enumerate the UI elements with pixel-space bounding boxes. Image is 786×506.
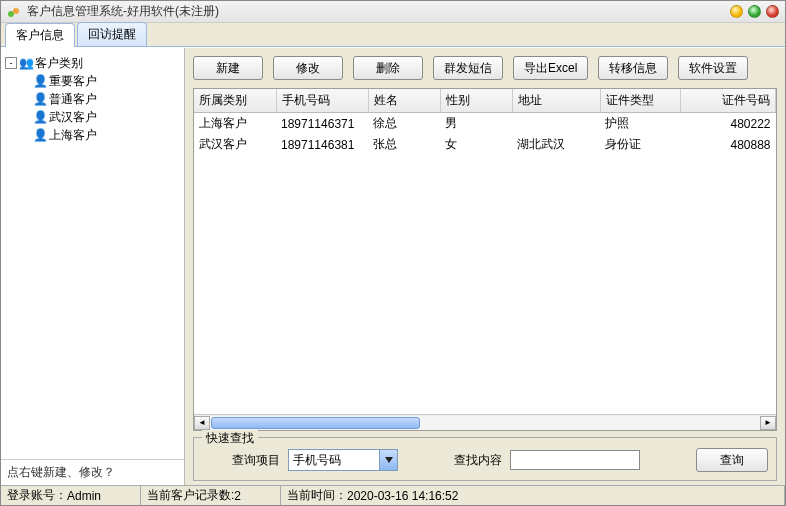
status-time: 当前时间：2020-03-16 14:16:52	[281, 486, 785, 505]
tab-label: 回访提醒	[88, 27, 136, 41]
sms-button[interactable]: 群发短信	[433, 56, 503, 80]
cell: 18971146381	[276, 134, 368, 155]
cell: 湖北武汉	[512, 134, 600, 155]
main-area: - 👥 客户类别 👤重要客户 👤普通客户 👤武汉客户 👤上海客户 点右键新建、修…	[1, 47, 785, 485]
person-icon: 👤	[33, 74, 47, 88]
search-field-select-wrap: 手机号码	[288, 449, 398, 471]
status-bar: 登录账号：Admin 当前客户记录数:2 当前时间：2020-03-16 14:…	[1, 485, 785, 505]
col-name[interactable]: 姓名	[368, 89, 440, 113]
scroll-left-button[interactable]: ◄	[194, 416, 210, 430]
status-count: 当前客户记录数:2	[141, 486, 281, 505]
customer-table[interactable]: 所属类别 手机号码 姓名 性别 地址 证件类型 证件号码 上海客户 189711…	[194, 89, 776, 155]
minimize-button[interactable]	[730, 5, 743, 18]
tab-followup[interactable]: 回访提醒	[77, 22, 147, 46]
person-icon: 👤	[33, 110, 47, 124]
col-gender[interactable]: 性别	[440, 89, 512, 113]
tab-customer-info[interactable]: 客户信息	[5, 23, 75, 47]
table-header-row: 所属类别 手机号码 姓名 性别 地址 证件类型 证件号码	[194, 89, 776, 113]
person-icon: 👤	[33, 92, 47, 106]
right-panel: 新建 修改 删除 群发短信 导出Excel 转移信息 软件设置 所属类别 手机号…	[185, 48, 785, 485]
new-button[interactable]: 新建	[193, 56, 263, 80]
toolbar: 新建 修改 删除 群发短信 导出Excel 转移信息 软件设置	[193, 56, 777, 80]
search-content-input[interactable]	[510, 450, 640, 470]
tree-root[interactable]: - 👥 客户类别	[5, 54, 180, 72]
window-controls	[730, 5, 779, 18]
tree-root-label: 客户类别	[35, 55, 83, 72]
cell: 女	[440, 134, 512, 155]
data-grid: 所属类别 手机号码 姓名 性别 地址 证件类型 证件号码 上海客户 189711…	[193, 88, 777, 431]
svg-point-1	[13, 8, 19, 14]
col-address[interactable]: 地址	[512, 89, 600, 113]
app-icon	[7, 5, 21, 19]
cell: 身份证	[600, 134, 680, 155]
tree-item-label: 普通客户	[49, 91, 97, 108]
cell: 武汉客户	[194, 134, 276, 155]
scroll-track[interactable]	[210, 416, 760, 430]
close-button[interactable]	[766, 5, 779, 18]
table-row[interactable]: 武汉客户 18971146381 张总 女 湖北武汉 身份证 480888	[194, 134, 776, 155]
cell	[512, 113, 600, 135]
category-tree: - 👥 客户类别 👤重要客户 👤普通客户 👤武汉客户 👤上海客户	[1, 48, 184, 459]
delete-button[interactable]: 删除	[353, 56, 423, 80]
search-content-label: 查找内容	[454, 452, 502, 469]
collapse-icon[interactable]: -	[5, 57, 17, 69]
quick-search-group: 快速查找 查询项目 手机号码 查找内容 查询	[193, 437, 777, 481]
tree-item-label: 上海客户	[49, 127, 97, 144]
tree-item-normal[interactable]: 👤普通客户	[5, 90, 180, 108]
scroll-thumb[interactable]	[211, 417, 420, 429]
horizontal-scrollbar[interactable]: ◄ ►	[194, 414, 776, 430]
left-hint: 点右键新建、修改？	[1, 459, 184, 485]
scroll-right-button[interactable]: ►	[760, 416, 776, 430]
tree-item-important[interactable]: 👤重要客户	[5, 72, 180, 90]
svg-point-0	[8, 11, 14, 17]
tree-item-wuhan[interactable]: 👤武汉客户	[5, 108, 180, 126]
col-phone[interactable]: 手机号码	[276, 89, 368, 113]
users-icon: 👥	[19, 56, 33, 70]
maximize-button[interactable]	[748, 5, 761, 18]
col-idtype[interactable]: 证件类型	[600, 89, 680, 113]
table-row[interactable]: 上海客户 18971146371 徐总 男 护照 480222	[194, 113, 776, 135]
search-button[interactable]: 查询	[696, 448, 768, 472]
tree-item-label: 武汉客户	[49, 109, 97, 126]
edit-button[interactable]: 修改	[273, 56, 343, 80]
cell: 480222	[680, 113, 776, 135]
tab-label: 客户信息	[16, 28, 64, 42]
cell: 480888	[680, 134, 776, 155]
titlebar: 客户信息管理系统-好用软件(未注册)	[1, 1, 785, 23]
transfer-button[interactable]: 转移信息	[598, 56, 668, 80]
status-account: 登录账号：Admin	[1, 486, 141, 505]
search-field-select[interactable]: 手机号码	[288, 449, 398, 471]
tree-item-label: 重要客户	[49, 73, 97, 90]
cell: 上海客户	[194, 113, 276, 135]
cell: 男	[440, 113, 512, 135]
left-panel: - 👥 客户类别 👤重要客户 👤普通客户 👤武汉客户 👤上海客户 点右键新建、修…	[1, 48, 185, 485]
cell: 18971146371	[276, 113, 368, 135]
cell: 张总	[368, 134, 440, 155]
tree-item-shanghai[interactable]: 👤上海客户	[5, 126, 180, 144]
tab-bar: 客户信息 回访提醒	[1, 23, 785, 47]
search-legend: 快速查找	[202, 430, 258, 447]
person-icon: 👤	[33, 128, 47, 142]
search-field-label: 查询项目	[232, 452, 280, 469]
app-window: 客户信息管理系统-好用软件(未注册) 客户信息 回访提醒 - 👥 客户类别 👤重…	[0, 0, 786, 506]
export-button[interactable]: 导出Excel	[513, 56, 588, 80]
cell: 护照	[600, 113, 680, 135]
col-category[interactable]: 所属类别	[194, 89, 276, 113]
col-idno[interactable]: 证件号码	[680, 89, 776, 113]
settings-button[interactable]: 软件设置	[678, 56, 748, 80]
window-title: 客户信息管理系统-好用软件(未注册)	[27, 3, 730, 20]
cell: 徐总	[368, 113, 440, 135]
